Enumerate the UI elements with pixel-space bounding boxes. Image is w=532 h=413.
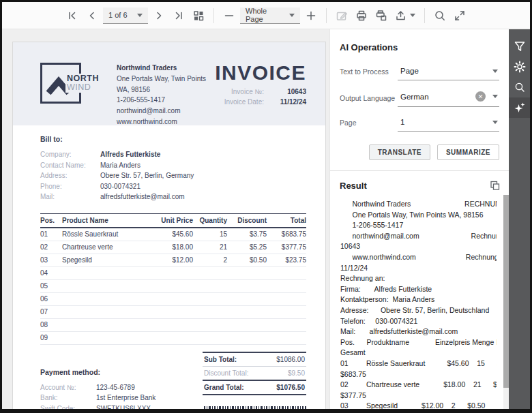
bill-to-value: Alfreds Futterkiste (100, 149, 160, 160)
output-language-select[interactable]: German ✕ (398, 89, 499, 107)
next-page-button[interactable] (150, 7, 168, 25)
cell-quantity: 2 (193, 256, 227, 264)
table-row: 09 (40, 332, 306, 345)
bill-to-value: Maria Anders (100, 160, 141, 171)
zoom-in-button[interactable] (302, 7, 320, 25)
cell-product: Rössle Sauerkraut (62, 230, 151, 238)
result-line: 02 Chartreuse verte $18.00 21 $5.25 (340, 380, 497, 391)
ai-buttons-row: TRANSLATE SUMMARIZE (330, 140, 509, 170)
cell-pos: 09 (40, 334, 62, 341)
settings-button[interactable] (509, 57, 530, 77)
result-title: Result (340, 181, 367, 191)
cell-total: $683.75 (267, 230, 306, 238)
panel-search-button[interactable] (509, 77, 530, 97)
bill-to-value: alfredsfutterkiste@mail.com (100, 192, 185, 202)
page-select[interactable]: 1 (398, 115, 499, 132)
ai-fields: Text to Process Page Output Language Ger… (330, 52, 509, 140)
result-scrollbar-thumb[interactable] (503, 195, 509, 388)
invoice-page: NORTH WIND Northwind Traders One Portals… (12, 42, 326, 409)
cell-discount: $0.50 (227, 256, 267, 264)
header-pos: Pos. (40, 217, 62, 224)
page-number-select[interactable]: 1 of 6 (103, 7, 148, 24)
result-text-area: Northwind Traders RECHNUNG One Portals W… (330, 195, 509, 409)
export-button[interactable] (392, 7, 418, 25)
next-page-icon (153, 10, 165, 22)
payment-label: Account №: (40, 382, 96, 393)
cell-unit-price: $12.00 (151, 256, 193, 264)
previous-page-button[interactable] (83, 7, 101, 25)
payment-row: Bank: 1st Enterprise Bank (40, 393, 194, 403)
table-row: 03 Spegesild $12.00 2 $0.50 $23.75 (40, 254, 306, 267)
ai-operations-button[interactable] (509, 97, 530, 118)
header-product: Product Name (62, 217, 151, 224)
grand-total-row: Grand Total: $1076.50 (203, 380, 306, 395)
filter-button[interactable] (509, 36, 530, 57)
bill-to-label: Address: (40, 170, 100, 181)
search-icon (514, 81, 526, 93)
text-to-process-label: Text to Process (340, 67, 398, 80)
search-button[interactable] (431, 7, 449, 25)
filter-icon (514, 40, 526, 52)
result-line: Firma: Alfreds Futterkiste (340, 284, 497, 295)
text-to-process-select[interactable]: Page (398, 64, 499, 80)
invoice-title: INVOICE (215, 61, 306, 85)
invoice-items-table: Pos. Product Name Unit Price Quantity Di… (40, 213, 306, 345)
text-to-process-row: Text to Process Page (340, 64, 499, 80)
copy-icon[interactable] (489, 180, 501, 192)
northwind-logo: NORTH WIND (40, 63, 81, 104)
clear-language-button[interactable]: ✕ (475, 91, 486, 102)
cell-pos: 07 (40, 308, 62, 316)
output-language-row: Output Language German ✕ (340, 89, 499, 107)
print-all-button[interactable] (372, 7, 390, 25)
cell-pos: 01 (40, 230, 62, 238)
page-label: Page (340, 119, 398, 132)
payment-heading: Payment method: (40, 368, 194, 376)
result-line: Gesamt (340, 348, 497, 358)
chevron-down-icon (410, 14, 415, 17)
previous-page-icon (86, 10, 98, 22)
company-phone: 1-206-555-1417 (117, 95, 215, 106)
translate-button[interactable]: TRANSLATE (369, 144, 430, 160)
zoom-mode-select[interactable]: Whole Page (240, 7, 300, 24)
zoom-out-button[interactable] (220, 7, 238, 25)
bill-to-row: Contact Name: Maria Anders (40, 160, 306, 171)
company-email: northwind@mail.com (117, 106, 215, 117)
header-total: Total (267, 217, 306, 224)
table-row: 08 (40, 319, 306, 332)
print-icon (355, 10, 368, 22)
header-unit-price: Unit Price (151, 217, 193, 224)
cell-pos: 04 (40, 269, 62, 277)
cell-pos: 05 (40, 282, 62, 290)
first-page-button[interactable] (63, 7, 81, 25)
page-indicator: 1 of 6 (108, 11, 128, 19)
page-thumbnails-button[interactable] (190, 7, 207, 25)
main-area: NORTH WIND Northwind Traders One Portals… (2, 29, 530, 409)
result-line: 03 Spegesild $12.00 2 $0.50 $23.75 (340, 401, 497, 409)
document-viewer: NORTH WIND Northwind Traders One Portals… (2, 29, 329, 409)
invoice-date-label: Invoice Date: (224, 98, 264, 106)
result-scrollbar (503, 195, 509, 409)
table-header-row: Pos. Product Name Unit Price Quantity Di… (40, 213, 306, 228)
fullscreen-button[interactable] (451, 7, 469, 25)
bill-to-section: Bill to: Company: Alfreds Futterkiste Co… (40, 135, 306, 202)
invoice-bottom-section: Payment method: Account №: 123-45-6789 B… (40, 352, 306, 410)
cell-total: $377.75 (267, 243, 306, 251)
summarize-button[interactable]: SUMMARIZE (437, 144, 499, 160)
last-page-button[interactable] (170, 7, 188, 25)
last-page-icon (173, 10, 185, 22)
bill-to-row: Mail: alfredsfutterkiste@mail.com (40, 192, 306, 202)
text-to-process-value: Page (400, 67, 492, 75)
cell-quantity: 21 (193, 243, 227, 251)
table-row: 04 (40, 267, 306, 280)
header-quantity: Quantity (193, 217, 227, 224)
toolbar-separator (424, 8, 425, 23)
print-button[interactable] (353, 7, 370, 25)
fullscreen-icon (454, 10, 466, 22)
cell-product: Chartreuse verte (62, 243, 151, 251)
result-line: 10643 (340, 241, 497, 252)
result-line: 1-206-555-1417 (340, 220, 497, 231)
cell-unit-price: $18.00 (151, 243, 193, 251)
cell-product: Spegesild (62, 256, 151, 264)
cell-pos: 03 (40, 256, 62, 264)
result-line: $377.75 (340, 391, 497, 401)
